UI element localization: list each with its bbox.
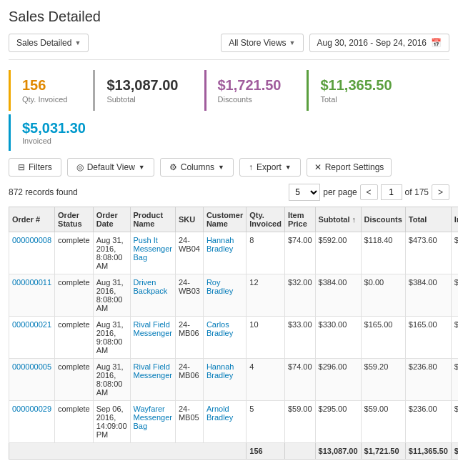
next-page-button[interactable]: > xyxy=(432,184,449,200)
cell-status: complete xyxy=(55,317,94,359)
cell-customer: Hannah Bradley xyxy=(203,359,246,401)
customer-link[interactable]: Arnold Bradley xyxy=(206,405,233,422)
customer-link[interactable]: Carlos Bradley xyxy=(206,320,233,337)
report-settings-button[interactable]: ✕ Report Settings xyxy=(307,158,392,177)
prev-page-button[interactable]: < xyxy=(360,184,378,200)
col-order-id[interactable]: Order # xyxy=(9,207,55,232)
cell-total: $473.60 xyxy=(405,232,451,274)
cell-subtotal: $296.00 xyxy=(315,359,361,401)
invoiced-label: Invoiced xyxy=(22,137,438,145)
col-discounts[interactable]: Discounts xyxy=(361,207,405,232)
records-found: 872 records found xyxy=(9,187,289,197)
col-order-status[interactable]: Order Status xyxy=(55,207,94,232)
per-page-label: per page xyxy=(323,187,357,197)
cell-date: Sep 06, 2016, 14:09:00 PM xyxy=(93,401,130,443)
qty-stat: 156 Qty. Invoiced xyxy=(9,70,79,111)
cell-sku: 24-MB05 xyxy=(175,401,203,443)
col-subtotal[interactable]: Subtotal ↑ xyxy=(315,207,361,232)
invoiced-stat: $5,031.30 Invoiced xyxy=(9,114,449,151)
qty-label: Qty. Invoiced xyxy=(22,95,67,104)
toolbar: Sales Detailed ▼ All Store Views ▼ Aug 3… xyxy=(9,34,449,60)
product-link[interactable]: Push It Messenger Bag xyxy=(134,236,172,262)
cell-invoiced: $236.00 xyxy=(451,401,458,443)
product-link[interactable]: Rival Field Messenger xyxy=(134,320,172,337)
col-invoiced[interactable]: Invoiced xyxy=(451,207,458,232)
cell-order-id: 000000005 xyxy=(9,359,55,401)
order-link[interactable]: 000000011 xyxy=(12,278,51,287)
cell-discounts: $0.00 xyxy=(361,274,405,317)
cell-qty: 5 xyxy=(247,401,285,443)
order-link[interactable]: 000000029 xyxy=(12,405,51,413)
cell-order-id: 000000021 xyxy=(9,317,55,359)
cell-subtotal: $330.00 xyxy=(315,317,361,359)
footer-empty xyxy=(9,443,247,460)
main-page: Sales Detailed Sales Detailed ▼ All Stor… xyxy=(0,0,458,476)
col-item-price[interactable]: Item Price xyxy=(284,207,315,232)
default-view-button[interactable]: ◎ Default View ▼ xyxy=(67,158,154,177)
cell-discounts: $59.20 xyxy=(361,359,405,401)
date-range-picker[interactable]: Aug 30, 2016 - Sep 24, 2016 📅 xyxy=(309,34,449,52)
per-page-select[interactable]: 5 10 20 xyxy=(289,184,320,201)
page-title: Sales Detailed xyxy=(9,9,449,25)
cell-product: Driven Backpack xyxy=(130,274,175,317)
columns-button[interactable]: ⚙ Columns ▼ xyxy=(160,158,234,177)
table-row: 000000005 complete Aug 31, 2016, 8:08:00… xyxy=(9,359,459,401)
customer-link[interactable]: Hannah Bradley xyxy=(206,362,234,380)
cell-invoiced: $165.00 xyxy=(451,317,458,359)
col-order-date[interactable]: Order Date xyxy=(93,207,130,232)
customer-link[interactable]: Roy Bradley xyxy=(206,278,233,295)
columns-icon: ⚙ xyxy=(169,162,177,172)
cell-product: Push It Messenger Bag xyxy=(130,232,175,274)
table-row: 000000029 complete Sep 06, 2016, 14:09:0… xyxy=(9,401,459,443)
cell-subtotal: $592.00 xyxy=(315,232,361,274)
cell-qty: 4 xyxy=(247,359,285,401)
cell-subtotal: $295.00 xyxy=(315,401,361,443)
total-value: $11,365.50 xyxy=(320,77,392,94)
store-views-dropdown[interactable]: All Store Views ▼ xyxy=(221,34,303,52)
product-link[interactable]: Driven Backpack xyxy=(134,278,168,295)
cell-sku: 24-MB06 xyxy=(175,359,203,401)
order-link[interactable]: 000000005 xyxy=(12,362,51,371)
footer-item-price-empty xyxy=(284,443,315,460)
customer-link[interactable]: Hannah Bradley xyxy=(206,236,234,253)
cell-total: $384.00 xyxy=(405,274,451,317)
data-table: Order # Order Status Order Date Product … xyxy=(9,207,458,460)
cell-item-price: $74.00 xyxy=(284,359,315,401)
cell-subtotal: $384.00 xyxy=(315,274,361,317)
cell-product: Rival Field Messenger xyxy=(130,317,175,359)
subtotal-value: $13,087.00 xyxy=(106,77,178,94)
col-total[interactable]: Total xyxy=(405,207,451,232)
col-customer-name[interactable]: Customer Name xyxy=(203,207,246,232)
cell-status: complete xyxy=(55,232,94,274)
product-link[interactable]: Wayfarer Messenger Bag xyxy=(134,405,172,430)
cell-date: Aug 31, 2016, 9:08:00 AM xyxy=(93,317,130,359)
order-link[interactable]: 000000008 xyxy=(12,236,51,244)
cell-qty: 12 xyxy=(247,274,285,317)
report-dropdown[interactable]: Sales Detailed ▼ xyxy=(9,34,89,52)
footer-invoiced: $5,031.30 xyxy=(451,443,458,460)
cell-customer: Carlos Bradley xyxy=(203,317,246,359)
cell-qty: 8 xyxy=(247,232,285,274)
cell-sku: 24-WB03 xyxy=(175,274,203,317)
total-stat: $11,365.50 Total xyxy=(307,70,403,111)
caret-icon-cols: ▼ xyxy=(218,164,224,171)
product-link[interactable]: Rival Field Messenger xyxy=(134,362,172,380)
caret-icon-export: ▼ xyxy=(285,164,292,171)
order-link[interactable]: 000000021 xyxy=(12,320,51,329)
cell-order-id: 000000008 xyxy=(9,232,55,274)
current-page-input[interactable] xyxy=(381,184,402,200)
col-qty[interactable]: Qty. Invoiced xyxy=(247,207,285,232)
cell-discounts: $118.40 xyxy=(361,232,405,274)
subtotal-label: Subtotal xyxy=(106,95,178,104)
cell-date: Aug 31, 2016, 8:08:00 AM xyxy=(93,232,130,274)
export-button[interactable]: ↑ Export ▼ xyxy=(239,158,301,177)
cell-qty: 10 xyxy=(247,317,285,359)
cell-total: $236.80 xyxy=(405,359,451,401)
cell-invoiced: $384.00 xyxy=(451,274,458,317)
filter-icon: ⊟ xyxy=(18,162,25,172)
col-product-name[interactable]: Product Name xyxy=(130,207,175,232)
col-sku[interactable]: SKU xyxy=(175,207,203,232)
cell-total: $165.00 xyxy=(405,317,451,359)
filters-button[interactable]: ⊟ Filters xyxy=(9,158,61,177)
discounts-label: Discounts xyxy=(218,95,282,104)
